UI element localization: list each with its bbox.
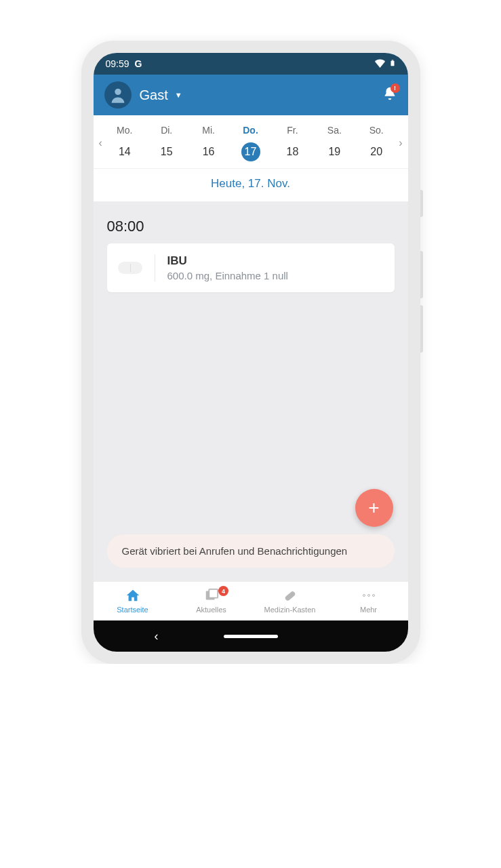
day-column[interactable]: Fr.18 [280,125,304,161]
android-nav-bar: ‹ [94,620,408,652]
medication-detail: 600.0 mg, Einnahme 1 null [167,270,384,281]
svg-rect-0 [390,60,394,66]
day-label: Di. [161,125,172,136]
wifi-icon [375,58,385,70]
pill-icon [118,262,142,274]
divider [155,254,155,281]
side-button [420,190,423,217]
svg-rect-4 [209,589,218,598]
profile-name-label: Gast [140,87,168,103]
medication-name: IBU [167,254,384,268]
day-column[interactable]: Di.15 [155,125,179,161]
day-label: Fr. [287,125,298,136]
chevron-down-icon: ▼ [175,91,182,99]
side-button [420,251,423,298]
day-column[interactable]: Mi.16 [197,125,221,161]
status-bar: 09:59 G [94,53,408,75]
phone-frame: 09:59 G Gast ▼ [81,41,420,664]
svg-point-2 [115,89,121,95]
day-number: 19 [325,142,344,161]
today-label: Heute, 17. Nov. [94,169,408,201]
day-number: 20 [367,142,386,161]
android-home-handle[interactable] [224,635,278,638]
capsule-icon [282,587,298,604]
plus-icon: + [368,497,379,519]
battery-icon [389,58,396,70]
week-calendar: ‹ Mo.14Di.15Mi.16Do.17Fr.18Sa.19So.20 › [94,115,408,169]
day-label: Mo. [117,125,132,136]
nav-label: Mehr [360,606,377,614]
day-label: Do. [243,125,258,136]
app-header: Gast ▼ ! [94,75,408,115]
nav-label: Startseite [117,606,148,614]
day-column[interactable]: Mo.14 [113,125,137,161]
svg-rect-5 [284,591,296,601]
bottom-nav: Startseite 4 Aktuelles Medizin-Kasten M [94,581,408,620]
android-back-button[interactable]: ‹ [155,629,159,644]
notification-badge: ! [390,83,400,93]
profile-selector[interactable]: Gast ▼ [104,81,182,108]
news-icon [203,587,220,604]
day-number: 18 [283,142,302,161]
avatar [104,81,132,108]
nav-news[interactable]: 4 Aktuelles [172,587,251,614]
status-indicator: G [135,58,142,69]
screen: 09:59 G Gast ▼ [94,53,408,652]
status-time: 09:59 [106,58,129,69]
side-button [420,305,423,353]
day-column[interactable]: So.20 [364,125,388,161]
nav-label: Aktuelles [196,606,226,614]
day-label: Mi. [202,125,215,136]
day-number: 15 [157,142,176,161]
svg-rect-1 [391,60,393,60]
day-label: So. [369,125,384,136]
time-slot-label: 08:00 [107,218,395,235]
more-icon [361,587,377,604]
day-number: 16 [199,142,218,161]
nav-badge: 4 [218,586,228,596]
week-prev-button[interactable]: ‹ [98,137,104,149]
week-next-button[interactable]: › [397,137,403,149]
day-number: 17 [241,142,260,161]
nav-more[interactable]: Mehr [329,587,408,614]
schedule-area: 08:00 IBU 600.0 mg, Einnahme 1 null + Ge… [94,201,408,581]
home-icon [125,587,141,604]
day-column[interactable]: Sa.19 [322,125,346,161]
notifications-button[interactable]: ! [382,86,397,104]
add-button[interactable]: + [355,489,393,527]
nav-medcabinet[interactable]: Medizin-Kasten [251,587,329,614]
toast-text: Gerät vibriert bei Anrufen und Benachric… [122,545,348,557]
nav-home[interactable]: Startseite [94,587,172,614]
nav-label: Medizin-Kasten [264,606,316,614]
medication-card[interactable]: IBU 600.0 mg, Einnahme 1 null [107,243,395,292]
toast-message: Gerät vibriert bei Anrufen und Benachric… [107,534,395,568]
day-label: Sa. [327,125,342,136]
day-number: 14 [115,142,134,161]
day-column[interactable]: Do.17 [239,125,263,161]
